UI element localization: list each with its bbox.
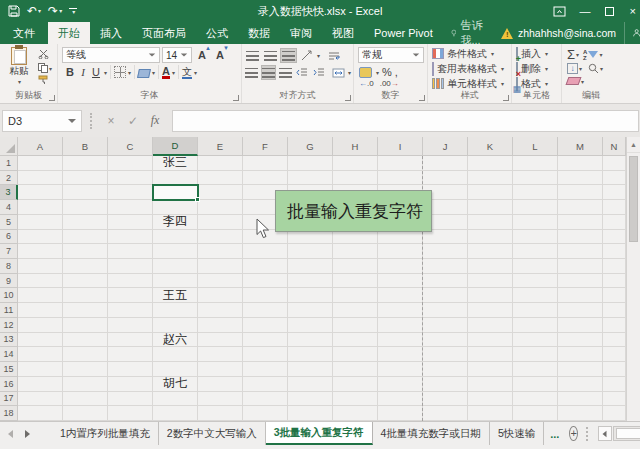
merge-dropdown-icon[interactable]: ▾ bbox=[348, 69, 351, 76]
cell-B11[interactable] bbox=[63, 303, 108, 318]
font-name-select[interactable]: 等线 bbox=[62, 47, 160, 63]
row-header-3[interactable]: 3 bbox=[0, 185, 18, 200]
cell-C18[interactable] bbox=[108, 406, 153, 421]
autosum-button[interactable]: Σ▾ bbox=[567, 48, 579, 61]
cell-L16[interactable] bbox=[513, 377, 558, 392]
cell-C2[interactable] bbox=[108, 171, 153, 186]
cell-C10[interactable] bbox=[108, 288, 153, 303]
cell-N1[interactable] bbox=[603, 156, 626, 171]
cell-N2[interactable] bbox=[603, 171, 626, 186]
cell-J14[interactable] bbox=[423, 347, 468, 362]
cell-D11[interactable] bbox=[153, 303, 198, 318]
font-color-icon[interactable]: A bbox=[162, 66, 170, 79]
cell-E11[interactable] bbox=[198, 303, 243, 318]
cell-H9[interactable] bbox=[333, 274, 378, 289]
tab-开始[interactable]: 开始 bbox=[48, 22, 90, 44]
cell-A1[interactable] bbox=[18, 156, 63, 171]
cell-D15[interactable] bbox=[153, 362, 198, 377]
close-button[interactable]: × bbox=[630, 5, 636, 17]
cell-E16[interactable] bbox=[198, 377, 243, 392]
cell-L14[interactable] bbox=[513, 347, 558, 362]
cell-L2[interactable] bbox=[513, 171, 558, 186]
row-header-1[interactable]: 1 bbox=[0, 156, 18, 171]
cell-K5[interactable] bbox=[468, 215, 513, 230]
column-header-G[interactable]: G bbox=[288, 137, 333, 156]
row-header-8[interactable]: 8 bbox=[0, 259, 18, 274]
cell-I9[interactable] bbox=[378, 274, 423, 289]
comma-style-button[interactable]: , bbox=[395, 66, 398, 78]
sort-filter-button[interactable]: AZ▾ bbox=[583, 49, 602, 61]
cell-J9[interactable] bbox=[423, 274, 468, 289]
cell-C5[interactable] bbox=[108, 215, 153, 230]
row-header-9[interactable]: 9 bbox=[0, 274, 18, 289]
cell-G17[interactable] bbox=[288, 392, 333, 407]
cell-H16[interactable] bbox=[333, 377, 378, 392]
wrap-text-icon[interactable] bbox=[325, 48, 342, 63]
cell-A11[interactable] bbox=[18, 303, 63, 318]
tab-公式[interactable]: 公式 bbox=[196, 22, 238, 44]
cell-F15[interactable] bbox=[243, 362, 288, 377]
cell-D13[interactable]: 赵六 bbox=[153, 333, 198, 348]
cell-C4[interactable] bbox=[108, 200, 153, 215]
cell-K15[interactable] bbox=[468, 362, 513, 377]
merge-center-icon[interactable] bbox=[330, 65, 346, 80]
cell-A12[interactable] bbox=[18, 318, 63, 333]
cell-K9[interactable] bbox=[468, 274, 513, 289]
cell-B10[interactable] bbox=[63, 288, 108, 303]
fill-button[interactable]: ↓▾ bbox=[567, 63, 582, 74]
cell-B14[interactable] bbox=[63, 347, 108, 362]
cell-M8[interactable] bbox=[558, 259, 603, 274]
cell-L5[interactable] bbox=[513, 215, 558, 230]
cell-M1[interactable] bbox=[558, 156, 603, 171]
cell-A9[interactable] bbox=[18, 274, 63, 289]
new-sheet-button[interactable]: + bbox=[569, 426, 577, 441]
cell-D4[interactable] bbox=[153, 200, 198, 215]
cell-I14[interactable] bbox=[378, 347, 423, 362]
cell-A4[interactable] bbox=[18, 200, 63, 215]
cell-J15[interactable] bbox=[423, 362, 468, 377]
cell-E7[interactable] bbox=[198, 244, 243, 259]
tab-插入[interactable]: 插入 bbox=[90, 22, 132, 44]
bottom-align-icon[interactable] bbox=[280, 48, 297, 63]
cell-G12[interactable] bbox=[288, 318, 333, 333]
number-dialog-launcher-icon[interactable] bbox=[419, 95, 425, 101]
cell-L4[interactable] bbox=[513, 200, 558, 215]
cell-G9[interactable] bbox=[288, 274, 333, 289]
cell-F1[interactable] bbox=[243, 156, 288, 171]
cell-E12[interactable] bbox=[198, 318, 243, 333]
cell-B7[interactable] bbox=[63, 244, 108, 259]
row-header-18[interactable]: 18 bbox=[0, 406, 18, 421]
insert-cells-button[interactable]: +插入▾ bbox=[514, 46, 559, 61]
cell-C11[interactable] bbox=[108, 303, 153, 318]
vertical-scrollbar-thumb[interactable] bbox=[629, 156, 638, 242]
fill-color-icon[interactable] bbox=[137, 69, 151, 78]
font-size-select[interactable]: 14 bbox=[162, 47, 192, 63]
borders-dropdown-icon[interactable]: ▾ bbox=[128, 69, 131, 76]
cell-D9[interactable] bbox=[153, 274, 198, 289]
cell-C3[interactable] bbox=[108, 185, 153, 200]
cell-J7[interactable] bbox=[423, 244, 468, 259]
cell-B5[interactable] bbox=[63, 215, 108, 230]
cell-K3[interactable] bbox=[468, 185, 513, 200]
cell-C6[interactable] bbox=[108, 230, 153, 245]
decrease-indent-icon[interactable] bbox=[294, 65, 310, 80]
cell-B12[interactable] bbox=[63, 318, 108, 333]
insert-function-icon[interactable]: fx bbox=[144, 113, 166, 128]
cell-I18[interactable] bbox=[378, 406, 423, 421]
cell-A3[interactable] bbox=[18, 185, 63, 200]
sheet-tab-2数字中文大写输入[interactable]: 2数字中文大写输入 bbox=[159, 422, 266, 445]
cell-G14[interactable] bbox=[288, 347, 333, 362]
cell-N11[interactable] bbox=[603, 303, 626, 318]
increase-indent-icon[interactable] bbox=[311, 65, 327, 80]
underline-dropdown-icon[interactable]: ▾ bbox=[104, 69, 107, 76]
cell-H13[interactable] bbox=[333, 333, 378, 348]
cell-C15[interactable] bbox=[108, 362, 153, 377]
cell-F7[interactable] bbox=[243, 244, 288, 259]
cell-H11[interactable] bbox=[333, 303, 378, 318]
conditional-formatting-button[interactable]: 条件格式▾ bbox=[430, 46, 509, 61]
cell-I10[interactable] bbox=[378, 288, 423, 303]
cell-B2[interactable] bbox=[63, 171, 108, 186]
cell-G2[interactable] bbox=[288, 171, 333, 186]
cell-N17[interactable] bbox=[603, 392, 626, 407]
cell-B4[interactable] bbox=[63, 200, 108, 215]
